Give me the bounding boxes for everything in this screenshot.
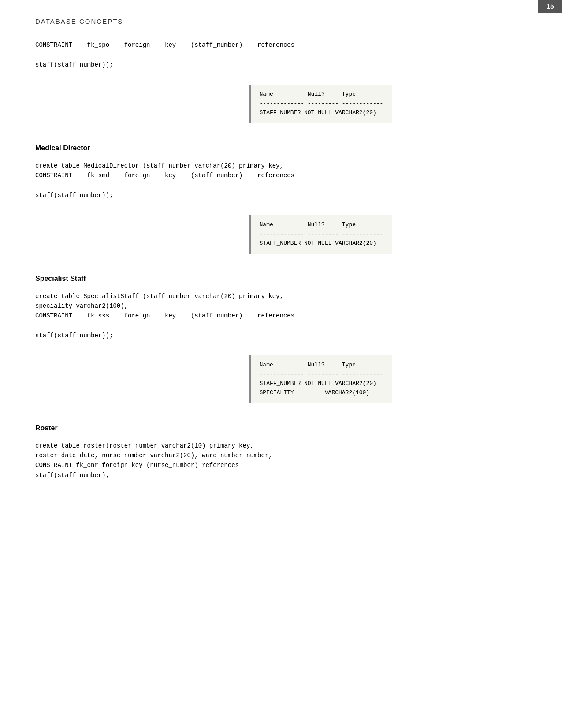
table-wrapper-2: Name Null? Type ------------- --------- … — [35, 207, 527, 261]
specialist-staff-section: Specialist Staff create table Specialist… — [35, 275, 527, 341]
intro-constraint-block: CONSTRAINT fk_spo foreign key (staff_num… — [35, 40, 527, 70]
table-3-content: Name Null? Type ------------- --------- … — [260, 361, 383, 397]
page-number-badge: 15 — [538, 0, 562, 13]
table-2-content: Name Null? Type ------------- --------- … — [260, 220, 383, 248]
db-table-box-3: Name Null? Type ------------- --------- … — [249, 355, 392, 403]
medical-director-section: Medical Director create table MedicalDir… — [35, 144, 527, 201]
intro-code: CONSTRAINT fk_spo foreign key (staff_num… — [35, 40, 527, 70]
page-header: DATABASE CONCEPTS — [35, 18, 527, 27]
db-table-box-1: Name Null? Type ------------- --------- … — [249, 85, 392, 123]
page-number: 15 — [546, 3, 554, 10]
medical-director-title: Medical Director — [35, 144, 527, 152]
db-table-box-2: Name Null? Type ------------- --------- … — [249, 215, 392, 253]
roster-code: create table roster(roster_number varcha… — [35, 441, 527, 481]
page-container: 15 DATABASE CONCEPTS CONSTRAINT fk_spo f… — [0, 0, 562, 511]
specialist-staff-title: Specialist Staff — [35, 275, 527, 283]
specialist-staff-code: create table SpecialistStaff (staff_numb… — [35, 291, 527, 341]
roster-title: Roster — [35, 424, 527, 432]
table-wrapper-1: Name Null? Type ------------- --------- … — [35, 77, 527, 131]
table-1-content: Name Null? Type ------------- --------- … — [260, 90, 383, 117]
medical-director-code: create table MedicalDirector (staff_numb… — [35, 161, 527, 201]
table-wrapper-3: Name Null? Type ------------- --------- … — [35, 347, 527, 411]
header-title: DATABASE CONCEPTS — [35, 18, 123, 25]
roster-section: Roster create table roster(roster_number… — [35, 424, 527, 481]
